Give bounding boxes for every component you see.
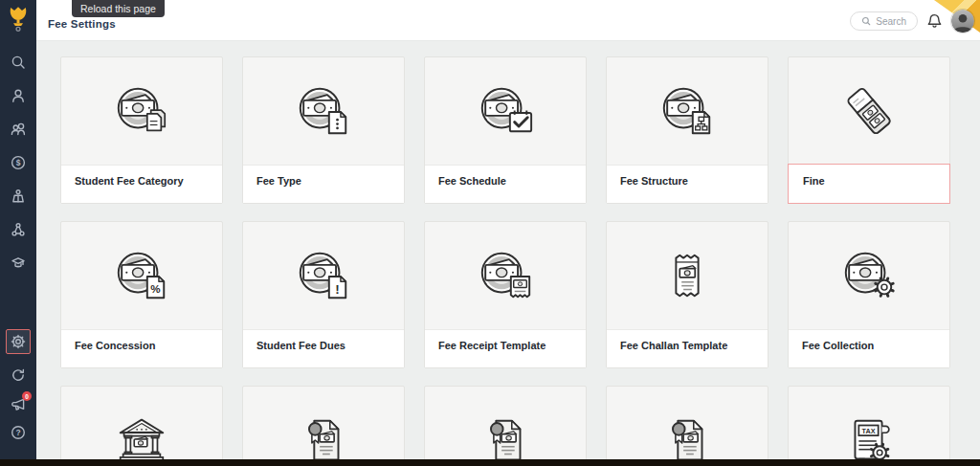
money-copy-icon [61, 57, 222, 165]
fee-card-student-fee-dues[interactable]: !Student Fee Dues [242, 221, 405, 368]
sidebar-top-icons: $ [11, 55, 26, 271]
fee-card-fine[interactable]: Fine [788, 56, 950, 204]
main-content: Student Fee Category Fee Type Fee Schedu… [36, 41, 980, 459]
search-button[interactable]: Search [850, 11, 918, 31]
ticket-money-icon [789, 57, 949, 165]
card-label: Fine [788, 164, 950, 204]
fee-card-fee-collection[interactable]: Fee Collection [788, 221, 950, 368]
sidebar: $ 0? [0, 0, 36, 459]
card-label: Fee Receipt Template [425, 329, 586, 367]
browser-tooltip: Reload this page [72, 0, 165, 17]
money-calendar-check-icon [425, 57, 586, 165]
money-doc-dots-icon [243, 57, 404, 165]
help-icon[interactable]: ? [11, 425, 26, 440]
money-doc-percent-icon: % [61, 222, 222, 329]
notifications-bell-icon[interactable] [926, 12, 943, 30]
top-bar: Fee Settings Search [36, 0, 980, 41]
money-gear-icon [789, 222, 949, 329]
card-label: Fee Concession [61, 329, 222, 367]
fee-card[interactable] [424, 386, 587, 459]
sidebar-bottom-icons: 0? [6, 329, 31, 459]
people-icon[interactable] [11, 122, 26, 137]
fee-card-fee-concession[interactable]: %Fee Concession [60, 221, 223, 368]
search-icon [861, 16, 871, 26]
card-label: Fee Schedule [425, 165, 586, 203]
network-icon[interactable] [11, 222, 26, 237]
bank-icon [61, 387, 222, 459]
fee-card-fee-schedule[interactable]: Fee Schedule [424, 56, 587, 204]
page-title: Fee Settings [48, 18, 116, 30]
fee-card[interactable]: TAX [788, 386, 950, 459]
active-nav-highlight[interactable] [6, 329, 31, 354]
svg-text:%: % [150, 282, 161, 295]
certificate-money-icon [425, 387, 586, 459]
card-label: Fee Challan Template [607, 329, 768, 367]
money-doc-exclaim-icon: ! [243, 222, 404, 329]
window-bottom-edge [0, 459, 980, 466]
certificate-money-icon [607, 387, 768, 459]
fee-card[interactable] [242, 386, 405, 459]
fee-card-student-fee-category[interactable]: Student Fee Category [60, 56, 223, 204]
money-doc-tree-icon [607, 57, 768, 165]
money-receipt-icon [425, 222, 586, 329]
fee-settings-grid: Student Fee Category Fee Type Fee Schedu… [36, 41, 980, 459]
svg-text:?: ? [15, 428, 20, 437]
graduation-icon[interactable] [11, 255, 26, 271]
tax-book-icon: TAX [789, 387, 949, 459]
student-icon[interactable] [11, 88, 26, 103]
card-label: Fee Structure [607, 165, 768, 203]
svg-text:$: $ [16, 158, 21, 167]
card-label: Fee Type [243, 165, 404, 203]
search-label: Search [876, 16, 906, 27]
card-label: Student Fee Category [61, 165, 222, 203]
header-actions: Search [850, 10, 974, 33]
challan-receipt-icon [607, 222, 768, 329]
card-label: Fee Collection [789, 329, 949, 367]
fee-card-fee-challan-template[interactable]: Fee Challan Template [606, 221, 768, 368]
user-avatar[interactable] [951, 10, 974, 33]
fee-card[interactable] [606, 386, 768, 459]
fee-card-fee-structure[interactable]: Fee Structure [606, 56, 768, 204]
card-label: Student Fee Dues [243, 329, 404, 367]
svg-text:!: ! [335, 282, 340, 297]
fee-card-fee-receipt-template[interactable]: Fee Receipt Template [424, 221, 587, 368]
search-icon[interactable] [11, 55, 26, 70]
notification-badge: 0 [22, 391, 32, 401]
fee-card-fee-type[interactable]: Fee Type [242, 56, 405, 204]
settings-gear-icon[interactable] [11, 334, 26, 349]
fees-dollar-icon[interactable]: $ [11, 155, 26, 170]
app-logo[interactable] [7, 4, 30, 34]
sync-icon[interactable] [11, 367, 26, 383]
fee-card[interactable] [60, 386, 223, 459]
svg-text:TAX: TAX [862, 427, 876, 435]
announcement-icon[interactable]: 0 [11, 396, 26, 411]
rostrum-icon[interactable] [11, 189, 26, 204]
certificate-money-icon [243, 387, 404, 459]
